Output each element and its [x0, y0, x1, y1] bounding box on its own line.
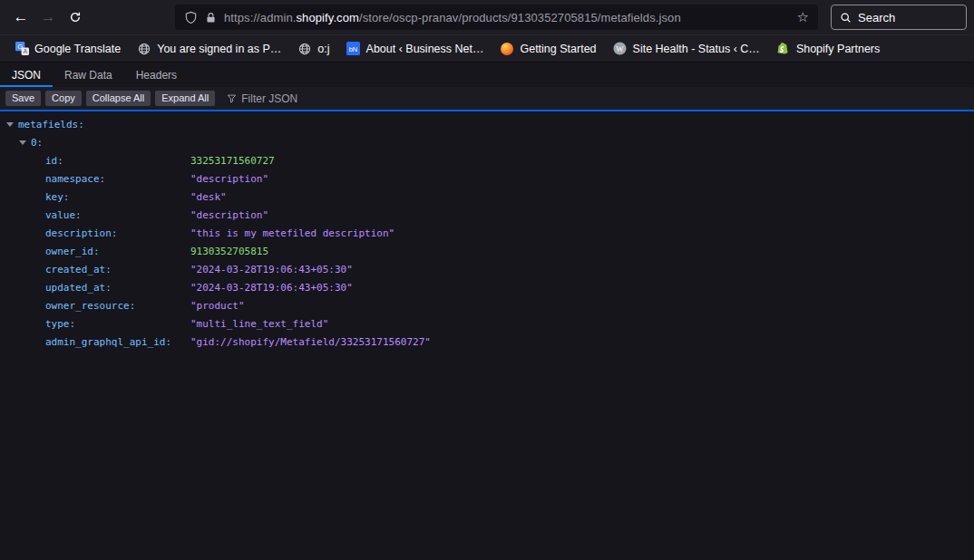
json-row-value: value: "description"	[0, 206, 974, 224]
json-key: owner_resource:	[45, 300, 190, 312]
json-row-id: id: 33253171560727	[0, 151, 974, 169]
globe-icon	[137, 42, 151, 56]
json-value: "description"	[190, 173, 268, 185]
url-text: https://admin.shopify.com/store/oscp-pra…	[224, 11, 790, 24]
flame-icon	[500, 42, 514, 56]
search-icon	[840, 12, 852, 24]
shopify-icon	[776, 42, 791, 56]
expander-icon[interactable]	[6, 122, 14, 127]
json-key: id:	[45, 155, 190, 167]
json-row-owner-id: owner_id: 9130352705815	[0, 242, 974, 260]
svg-text:bN: bN	[349, 45, 358, 53]
tab-json[interactable]: JSON	[0, 63, 53, 87]
url-path: /store/oscp-pranav/products/913035270581…	[359, 11, 681, 24]
json-node-metafields: metafields:	[0, 115, 974, 133]
json-row-key: key: "desk"	[0, 188, 974, 206]
globe-icon	[297, 42, 312, 56]
business-net-icon: bN	[346, 42, 361, 56]
bookmark-label: About ‹ Business Net…	[366, 43, 484, 55]
json-key: metafields:	[18, 119, 84, 130]
filter-group	[227, 92, 350, 105]
bookmark-label: o:j	[317, 43, 329, 55]
bookmark-google-translate[interactable]: G A Google Translate	[7, 39, 128, 59]
json-value: "gid://shopify/Metafield/33253171560727"	[190, 336, 431, 348]
json-value: "this is my metefiled description"	[190, 227, 394, 239]
json-row-updated-at: updated_at: "2024-03-28T19:06:43+05:30"	[0, 278, 974, 296]
json-row-type: type: "multi_line_text_field"	[0, 314, 974, 333]
browser-navbar: ← → https://admin.shopify.com/store/oscp…	[0, 0, 974, 34]
bookmark-star-icon[interactable]: ☆	[797, 9, 809, 25]
json-key: owner_id:	[45, 246, 190, 257]
shield-icon[interactable]	[184, 11, 198, 24]
forward-button[interactable]: →	[34, 5, 62, 30]
json-value: "2024-03-28T19:06:43+05:30"	[190, 264, 353, 275]
json-value: 9130352705815	[190, 246, 268, 257]
bookmarks-bar: G A Google Translate You are signed in a…	[0, 34, 974, 62]
json-key: value:	[45, 209, 190, 221]
bookmark-shopify-partners[interactable]: Shopify Partners	[769, 39, 887, 59]
json-value: 33253171560727	[190, 155, 275, 167]
search-label: Search	[858, 11, 895, 24]
json-row-owner-resource: owner_resource: "product"	[0, 296, 974, 314]
bookmark-business-net[interactable]: bN About ‹ Business Net…	[339, 39, 492, 59]
json-key: 0:	[31, 137, 43, 149]
search-bar[interactable]: Search	[831, 5, 967, 30]
json-row-created-at: created_at: "2024-03-28T19:06:43+05:30"	[0, 260, 974, 278]
json-value: "2024-03-28T19:06:43+05:30"	[190, 282, 353, 294]
bookmark-label: Shopify Partners	[796, 43, 880, 55]
json-row-description: description: "this is my metefiled descr…	[0, 224, 974, 242]
wordpress-icon: W	[613, 42, 628, 56]
svg-text:A: A	[23, 48, 27, 54]
json-node-0: 0:	[0, 133, 974, 151]
json-key: namespace:	[45, 173, 190, 185]
bookmark-oj[interactable]: o:j	[290, 39, 336, 59]
bookmark-label: Getting Started	[520, 43, 596, 55]
json-key: description:	[45, 227, 190, 239]
filter-json-input[interactable]	[241, 92, 350, 105]
copy-button[interactable]: Copy	[45, 91, 82, 106]
json-viewer-toolbar: Save Copy Collapse All Expand All	[0, 87, 974, 110]
back-button[interactable]: ←	[7, 5, 34, 30]
json-row-admin-graphql-api-id: admin_graphql_api_id: "gid://shopify/Met…	[0, 333, 974, 351]
json-key: admin_graphql_api_id:	[45, 336, 190, 348]
bookmark-label: You are signed in as P…	[157, 43, 281, 55]
filter-icon	[227, 93, 237, 103]
json-row-namespace: namespace: "description"	[0, 169, 974, 188]
svg-text:W: W	[616, 44, 624, 53]
bookmark-site-health[interactable]: W Site Health - Status ‹ C…	[606, 39, 767, 59]
json-value: "desk"	[190, 191, 227, 203]
google-translate-icon: G A	[15, 42, 29, 56]
bookmark-label: Site Health - Status ‹ C…	[633, 43, 760, 55]
json-key: type:	[45, 318, 190, 330]
lock-icon[interactable]	[205, 12, 217, 24]
bookmark-signed-in[interactable]: You are signed in as P…	[130, 39, 288, 59]
reload-button[interactable]	[62, 5, 89, 30]
reload-icon	[69, 11, 82, 24]
save-button[interactable]: Save	[5, 91, 41, 106]
json-key: key:	[45, 191, 190, 203]
tab-raw-data[interactable]: Raw Data	[53, 63, 124, 87]
json-value: "multi_line_text_field"	[190, 318, 328, 330]
url-bar[interactable]: https://admin.shopify.com/store/oscp-pra…	[175, 5, 818, 30]
json-key: updated_at:	[45, 282, 190, 294]
tab-headers[interactable]: Headers	[124, 63, 189, 87]
json-value: "product"	[190, 300, 245, 312]
json-value: "description"	[190, 209, 268, 221]
json-tree: metafields: 0: id: 33253171560727 namesp…	[0, 111, 974, 560]
json-key: created_at:	[45, 264, 190, 275]
expand-all-button[interactable]: Expand All	[155, 91, 215, 106]
url-prefix: https://admin.	[224, 11, 296, 24]
url-domain: shopify.com	[296, 11, 359, 24]
expander-icon[interactable]	[19, 140, 26, 145]
json-viewer-tabs: JSON Raw Data Headers	[0, 62, 974, 87]
bookmark-label: Google Translate	[34, 43, 121, 55]
collapse-all-button[interactable]: Collapse All	[86, 91, 151, 106]
bookmark-getting-started[interactable]: Getting Started	[492, 39, 603, 59]
